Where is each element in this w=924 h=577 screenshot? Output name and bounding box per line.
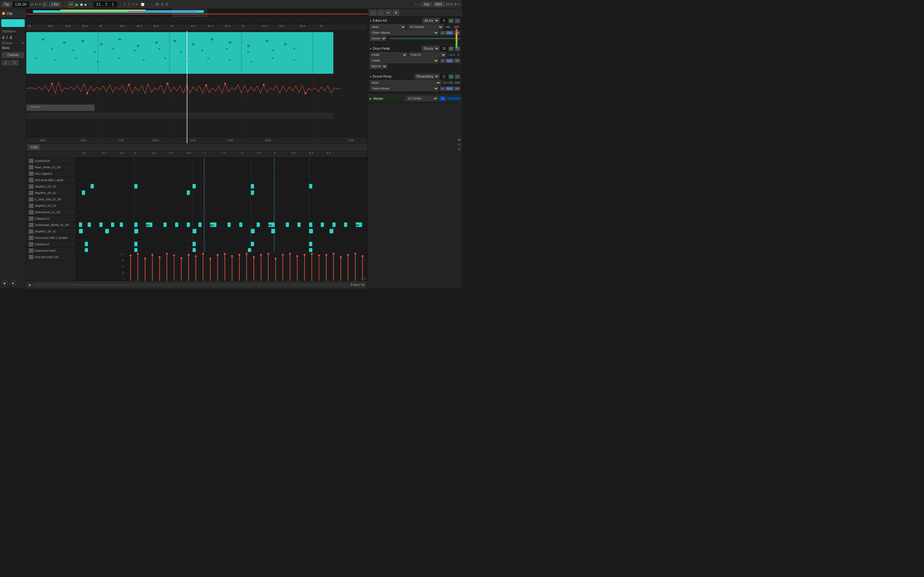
groove-icon[interactable]: ⟳ xyxy=(21,41,24,45)
svg-rect-114 xyxy=(251,242,254,246)
drums-rsmp-text: ... Drums R xyxy=(26,105,42,109)
aero-channel-select[interactable]: All Channel xyxy=(407,24,443,29)
bottom-kit-name: 9-Aero Kit xyxy=(351,283,365,287)
pad-row-instrack[interactable]: Instrument Rack xyxy=(26,247,76,254)
pad-row-kick606[interactable]: Kick-606-Mod | klk xyxy=(26,254,76,260)
pad-row-kick[interactable]: Kick tonal Mkit 1 synth xyxy=(26,177,76,183)
aero-solo-btn[interactable]: S xyxy=(449,19,454,23)
right-back-btn[interactable]: ← xyxy=(370,10,376,16)
right-settings-btn[interactable]: ⚙ xyxy=(393,10,399,16)
time-sig[interactable]: 4 / 4 xyxy=(34,3,40,6)
pad-row-steprim3[interactable]: StepRim_SP_01 xyxy=(26,203,76,209)
stop-button[interactable]: ■ xyxy=(80,2,83,7)
right-pencil-btn[interactable]: ✏ xyxy=(385,10,391,16)
aero-volume[interactable]: 9 xyxy=(441,19,447,23)
pen-icon[interactable]: ✏ xyxy=(415,3,417,6)
pedal-solo-btn[interactable]: S xyxy=(449,47,454,51)
rsmp-track-vol-select[interactable]: Track Volume xyxy=(370,86,439,91)
rsmp-volume[interactable]: 11 xyxy=(441,74,447,79)
preview-stop-button[interactable]: ■ xyxy=(10,280,16,286)
aero-mute-btn[interactable]: M xyxy=(455,19,460,23)
aero-in-btn[interactable]: In xyxy=(440,31,445,35)
arrow-left-btn[interactable]: « xyxy=(2,60,10,65)
svg-point-158 xyxy=(260,254,262,256)
aero-chain-select[interactable]: Chain Volume xyxy=(370,30,439,35)
sig-den[interactable]: 4 xyxy=(10,35,12,40)
pad-name-steprim1: StepRim_SP_01 xyxy=(35,185,74,188)
bottom-scroll[interactable] xyxy=(34,284,348,286)
pedal-volume[interactable]: 10 xyxy=(441,47,447,51)
note-grid-svg: Ste Ste Ste xyxy=(76,158,367,260)
pad-row-steprim1[interactable]: StepRim_SP_01 xyxy=(26,183,76,190)
sig-num[interactable]: 4 xyxy=(2,35,5,40)
rsmp-off-btn[interactable]: Off xyxy=(454,87,460,91)
rsmp-mute-btn[interactable]: M xyxy=(455,74,460,79)
pad-row-perc[interactable]: Perc-Digital-9 xyxy=(26,171,76,177)
pedal-param2-select[interactable]: Treble xyxy=(370,58,439,63)
bpm-display[interactable]: 136.00 xyxy=(13,2,29,7)
rsmp-auto-btn[interactable]: Auto xyxy=(446,87,453,91)
overview-scroll[interactable] xyxy=(26,17,367,24)
pad-row-cabasa2[interactable]: Cabasa-LD xyxy=(26,241,76,247)
side-icon-3[interactable]: ◎ xyxy=(458,147,461,151)
rsmp-in-btn[interactable]: In xyxy=(440,87,445,91)
play-button[interactable]: ▶ xyxy=(75,2,79,7)
arrow-right-btn[interactable]: » xyxy=(11,60,19,65)
pad-row-underwater[interactable]: Underwater_Bomb_01_SP xyxy=(26,222,76,228)
position-display[interactable]: 31 . 2 . 1 xyxy=(94,2,117,7)
pad-color-perc xyxy=(29,171,33,176)
pad-row-percussion[interactable]: Percussion Mkit 1 sample xyxy=(26,235,76,241)
track-item-aero: ● 9 Aero Kit All Ins 9 S M Mixer All Cha… xyxy=(368,17,462,43)
svg-rect-10 xyxy=(229,42,231,44)
pad-row-csine[interactable]: C_Sine_Dub_01_SP xyxy=(26,196,76,203)
pedal-in-btn[interactable]: In xyxy=(440,59,445,63)
preview-play-button[interactable]: ▶ xyxy=(2,280,8,286)
svg-rect-69 xyxy=(134,184,137,189)
aero-mixer-select[interactable]: Mixer xyxy=(370,24,406,29)
right-fwd-btn[interactable]: → xyxy=(377,10,384,16)
tap-section: Tap 136.00 |||| 4 / 4 ◎ 1 Bar xyxy=(2,2,61,7)
pad-row-riser[interactable]: Riser_White_02_SP xyxy=(26,164,76,171)
pedal-output-select[interactable]: Drums xyxy=(422,46,439,51)
fold-button[interactable]: Fold xyxy=(28,145,40,150)
side-icon-1[interactable]: ◉ xyxy=(458,138,461,141)
drums-clip-block[interactable] xyxy=(26,32,333,74)
velocity-labels: 127 96 64 32 1 xyxy=(76,252,126,281)
aero-auto-btn[interactable]: Auto xyxy=(446,31,453,35)
tap-button[interactable]: Tap xyxy=(2,2,11,7)
ruler-mark-304: 30.4 xyxy=(153,24,159,27)
pad-row-steprim2[interactable]: StepRim_SP_01 xyxy=(26,190,76,196)
rsmp-solo-btn[interactable]: S xyxy=(449,74,454,79)
svg-point-41 xyxy=(128,84,130,85)
bars-icon[interactable]: ≡ xyxy=(419,3,420,6)
ruler-mark-30: 30 xyxy=(99,24,102,27)
rsmp-output-select[interactable]: Resampling xyxy=(414,74,439,79)
pad-row-cymbal[interactable]: Cymbal-606 xyxy=(26,158,76,164)
master-vocals-select[interactable]: 1/2 Vocals xyxy=(405,96,438,101)
svg-text:Ste: Ste xyxy=(268,224,272,226)
pad-row-dist[interactable]: Disturbance_01_SP xyxy=(26,209,76,215)
pad-row-cabasa1[interactable]: Cabasa-LD xyxy=(26,215,76,222)
key-button[interactable]: Key xyxy=(422,2,432,7)
pedal-off-btn[interactable]: Off xyxy=(454,59,460,63)
pedal-param-select[interactable]: Pedal xyxy=(370,52,407,57)
svg-rect-5 xyxy=(137,45,139,47)
master-volume[interactable]: 0 xyxy=(439,97,446,101)
rsmp-mixer-select[interactable]: Mixer xyxy=(370,80,441,85)
pad-row-steprim4[interactable]: StepRim_SP_01 xyxy=(26,228,76,235)
commit-button[interactable]: Commit xyxy=(2,52,24,58)
midi-button[interactable]: MIDI xyxy=(433,2,444,7)
pedal-sub-select[interactable]: BEATS xyxy=(370,64,387,69)
side-icon-2[interactable]: ◎ xyxy=(458,143,461,146)
pedal-auto-btn[interactable]: Auto xyxy=(446,59,453,63)
note-grid-area[interactable]: Ste Ste Ste xyxy=(76,158,367,281)
ruler-mark-293: 29.3 xyxy=(65,24,71,27)
overview-viewport[interactable] xyxy=(173,9,207,17)
back-button[interactable]: ↤ xyxy=(68,2,74,7)
loop-mode-button[interactable]: 1 Bar xyxy=(49,2,61,7)
pedal-fx-select[interactable]: Post FX xyxy=(409,52,447,57)
record-button[interactable]: ● xyxy=(84,2,87,7)
aero-input-select[interactable]: All Ins xyxy=(422,18,439,23)
menu-icon[interactable]: ≡ xyxy=(458,2,460,7)
aero-output-select[interactable]: Drums xyxy=(370,36,387,41)
